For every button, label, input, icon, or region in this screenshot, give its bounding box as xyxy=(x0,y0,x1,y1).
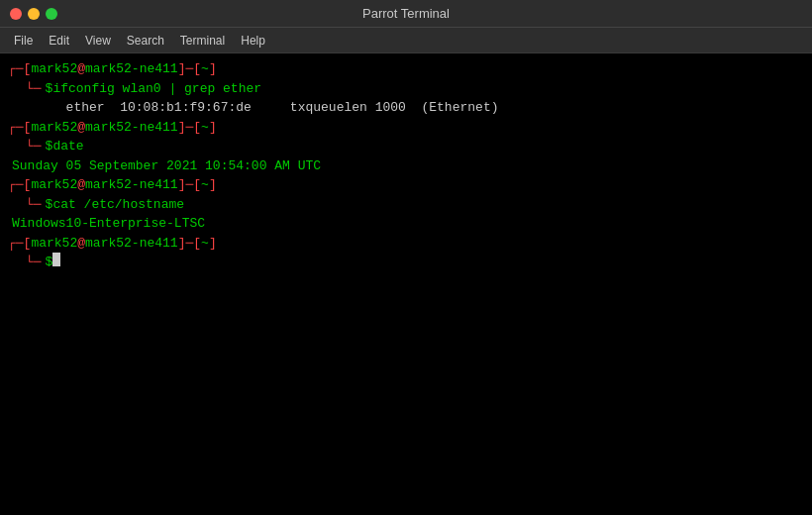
prompt-user: mark52 xyxy=(31,59,77,79)
terminal-line-2: ┌─[mark52@mark52-ne411]─[~] xyxy=(8,118,804,138)
terminal-line-3: ┌─[mark52@mark52-ne411]─[~] xyxy=(8,175,804,195)
prompt-dash-2: ]─[ xyxy=(178,118,201,138)
prompt-close-bracket-2: ] xyxy=(209,118,217,138)
menu-help[interactable]: Help xyxy=(233,32,273,50)
minimize-button[interactable] xyxy=(28,8,40,20)
terminal-cmd-3: └─ $cat /etc/hostname xyxy=(24,195,804,215)
maximize-button[interactable] xyxy=(46,8,57,20)
prompt-arrow: └─ xyxy=(26,79,42,99)
terminal-cursor xyxy=(52,253,60,266)
command-1: $ifconfig wlan0 | grep ether xyxy=(46,79,261,99)
terminal-cmd-4: └─ $ xyxy=(24,253,804,272)
terminal-line-4: ┌─[mark52@mark52-ne411]─[~] xyxy=(8,234,804,254)
terminal-cmd-1: └─ $ifconfig wlan0 | grep ether xyxy=(24,79,804,99)
prompt-user-2: mark52 xyxy=(31,118,77,138)
command-4: $ xyxy=(46,253,53,272)
prompt-user-3: mark52 xyxy=(31,175,77,195)
prompt-host-3: mark52-ne411 xyxy=(85,175,178,195)
prompt-at: @ xyxy=(77,59,85,79)
menu-bar: File Edit View Search Terminal Help xyxy=(0,28,812,53)
prompt-close-bracket: ] xyxy=(209,59,217,79)
prompt-bracket: ┌─[ xyxy=(8,59,31,79)
prompt-dash-3: ]─[ xyxy=(178,175,201,195)
prompt-at-4: @ xyxy=(77,234,85,254)
output-2: Sunday 05 September 2021 10:54:00 AM UTC xyxy=(8,156,804,176)
prompt-tilde-2: ~ xyxy=(201,118,209,138)
close-button[interactable] xyxy=(10,8,22,20)
prompt-host-2: mark52-ne411 xyxy=(85,118,178,138)
prompt-close-bracket-3: ] xyxy=(209,175,217,195)
menu-view[interactable]: View xyxy=(77,32,119,50)
window-title: Parrot Terminal xyxy=(362,6,450,21)
window-controls[interactable] xyxy=(10,8,57,20)
prompt-user-4: mark52 xyxy=(31,234,77,254)
output-3: Windows10-Enterprise-LTSC xyxy=(8,214,804,234)
command-3: $cat /etc/hostname xyxy=(46,195,184,215)
prompt-tilde: ~ xyxy=(201,59,209,79)
menu-search[interactable]: Search xyxy=(119,32,172,50)
prompt-bracket-4: ┌─[ xyxy=(8,234,31,254)
output-1: ether 10:08:b1:f9:67:de txqueuelen 1000 … xyxy=(8,98,804,118)
menu-terminal[interactable]: Terminal xyxy=(172,32,233,50)
title-bar: Parrot Terminal xyxy=(0,0,812,28)
command-2: $date xyxy=(46,137,84,156)
prompt-host: mark52-ne411 xyxy=(85,59,178,79)
prompt-tilde-4: ~ xyxy=(201,234,209,254)
prompt-arrow-2: └─ xyxy=(26,137,42,156)
prompt-bracket-2: ┌─[ xyxy=(8,118,31,138)
terminal-line-1: ┌─[mark52@mark52-ne411]─[~] xyxy=(8,59,804,79)
menu-file[interactable]: File xyxy=(6,32,41,50)
prompt-dash-4: ]─[ xyxy=(178,234,201,254)
prompt-arrow-4: └─ xyxy=(26,253,42,272)
prompt-at-2: @ xyxy=(77,118,85,138)
terminal-area[interactable]: ┌─[mark52@mark52-ne411]─[~] └─ $ifconfig… xyxy=(0,53,812,515)
prompt-host-4: mark52-ne411 xyxy=(85,234,178,254)
prompt-at-3: @ xyxy=(77,175,85,195)
prompt-arrow-3: └─ xyxy=(26,195,42,215)
prompt-bracket-3: ┌─[ xyxy=(8,175,31,195)
prompt-dash: ]─[ xyxy=(178,59,201,79)
prompt-close-bracket-4: ] xyxy=(209,234,217,254)
prompt-tilde-3: ~ xyxy=(201,175,209,195)
terminal-cmd-2: └─ $date xyxy=(24,137,804,156)
menu-edit[interactable]: Edit xyxy=(41,32,77,50)
